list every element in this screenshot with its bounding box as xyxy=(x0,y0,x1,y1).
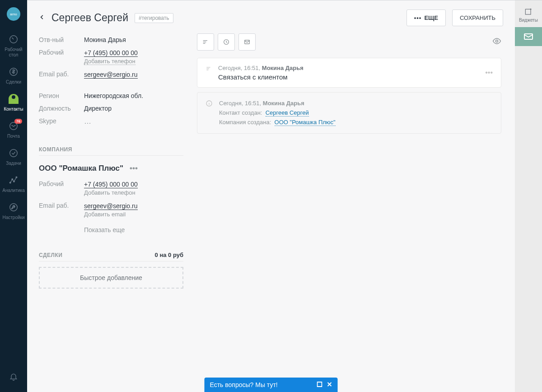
analytics-icon xyxy=(8,174,19,186)
deals-title: СДЕЛКИ xyxy=(39,252,62,258)
field-label-region: Регион xyxy=(39,92,84,99)
add-phone-link[interactable]: Добавить телефон xyxy=(84,58,136,65)
nav-analytics[interactable]: Аналитика xyxy=(0,170,27,197)
nav-contacts[interactable]: Контакты xyxy=(0,89,27,116)
svg-point-14 xyxy=(496,40,498,42)
main-area: Сергеев Сергей #тегировать •••ЕЩЕ СОХРАН… xyxy=(27,0,515,392)
check-icon xyxy=(8,147,19,159)
note-view-button[interactable] xyxy=(197,33,214,51)
feed-panel: Сегодня, 16:51, Мокина Дарья Связаться с… xyxy=(197,33,515,392)
company-phone-label: Рабочий xyxy=(39,180,84,187)
notifications-icon[interactable] xyxy=(0,363,27,392)
save-button[interactable]: СОХРАНИТЬ xyxy=(452,9,503,26)
show-more-link[interactable]: Показать еще xyxy=(39,226,183,233)
system-event-card: Сегодня, 16:51, Мокина Дарья Контакт соз… xyxy=(197,92,501,134)
dots-icon: ••• xyxy=(414,14,422,21)
header: Сергеев Сергей #тегировать •••ЕЩЕ СОХРАН… xyxy=(27,0,515,33)
field-value-region[interactable]: Нижегородская обл. xyxy=(84,92,143,99)
field-label-position: Должность xyxy=(39,105,84,112)
nav-dashboard[interactable]: Рабочий стол xyxy=(0,29,27,61)
info-icon xyxy=(206,99,213,109)
left-sidebar: amo Рабочий стол Сделки Контакты 76 Почт… xyxy=(0,0,27,392)
svg-rect-17 xyxy=(206,70,208,70)
company-created-link[interactable]: ООО "Ромашка Плюс" xyxy=(275,119,336,126)
company-email-link[interactable]: sergeev@sergio.ru xyxy=(84,202,138,210)
mail-button[interactable] xyxy=(238,33,256,51)
field-label-phone: Рабочий xyxy=(39,49,84,56)
wrench-icon xyxy=(8,201,19,213)
nav-mail[interactable]: 76 Почта xyxy=(0,116,27,143)
svg-rect-9 xyxy=(203,40,207,41)
mail-badge: 76 xyxy=(14,119,22,124)
field-label-skype: Skype xyxy=(39,117,84,125)
svg-rect-15 xyxy=(206,67,210,68)
field-label-email: Email раб. xyxy=(39,70,84,78)
note-card: Сегодня, 16:51, Мокина Дарья Связаться с… xyxy=(197,58,501,88)
svg-point-8 xyxy=(10,204,18,211)
field-value-position[interactable]: Директор xyxy=(84,105,112,112)
chat-text: Есть вопросы? Мы тут! xyxy=(210,381,278,388)
note-menu-icon[interactable]: ••• xyxy=(485,69,493,77)
field-value-responsible[interactable]: Мокина Дарья xyxy=(84,36,126,43)
svg-point-4 xyxy=(9,182,11,183)
svg-rect-10 xyxy=(203,42,206,42)
deals-summary: 0 на 0 руб xyxy=(155,252,183,258)
right-rail: Виджеты xyxy=(515,0,542,392)
sys-line1: Контакт создан: Сергеев Сергей xyxy=(219,108,336,118)
svg-rect-19 xyxy=(525,9,531,14)
field-value-skype[interactable]: … xyxy=(84,117,92,126)
visibility-icon[interactable] xyxy=(492,37,501,47)
chat-expand-icon[interactable] xyxy=(317,381,322,388)
page-title: Сергеев Сергей xyxy=(51,12,128,24)
tag-button[interactable]: #тегировать xyxy=(135,13,173,23)
svg-point-3 xyxy=(10,149,18,157)
note-text: Связаться с клиентом xyxy=(218,73,479,81)
nav-tasks[interactable]: Задачи xyxy=(0,143,27,170)
company-section-title: КОМПАНИЯ xyxy=(39,146,183,156)
quick-add-deal[interactable]: Быстрое добавление xyxy=(39,267,183,289)
svg-point-5 xyxy=(12,179,13,180)
note-icon xyxy=(206,65,212,74)
note-meta: Сегодня, 16:51, Мокина Дарья xyxy=(218,65,479,71)
nav-deals[interactable]: Сделки xyxy=(0,61,27,89)
contact-created-link[interactable]: Сергеев Сергей xyxy=(266,109,309,117)
mail-widget[interactable] xyxy=(515,27,542,46)
deals-header: СДЕЛКИ 0 на 0 руб xyxy=(39,252,183,261)
company-name[interactable]: ООО "Ромашка Плюс" ••• xyxy=(39,157,183,177)
svg-point-6 xyxy=(14,181,15,182)
gauge-icon xyxy=(8,33,19,45)
history-button[interactable] xyxy=(218,33,235,51)
company-add-phone[interactable]: Добавить телефон xyxy=(84,189,136,196)
email-link[interactable]: sergeev@sergio.ru xyxy=(84,71,138,79)
widgets-button[interactable]: Виджеты xyxy=(515,5,542,27)
chat-bar[interactable]: Есть вопросы? Мы тут! xyxy=(205,378,338,392)
svg-rect-21 xyxy=(318,382,322,387)
sys-meta: Сегодня, 16:51, Мокина Дарья xyxy=(219,99,336,108)
back-arrow-icon[interactable] xyxy=(39,14,45,22)
nav-settings[interactable]: Настройки xyxy=(0,197,27,224)
money-icon xyxy=(8,66,19,78)
contacts-icon xyxy=(8,93,19,105)
company-email-label: Email раб. xyxy=(39,202,84,209)
logo[interactable]: amo xyxy=(7,7,20,21)
company-menu-icon[interactable]: ••• xyxy=(130,164,138,173)
field-label-responsible: Отв-ный xyxy=(39,36,84,43)
company-phone-link[interactable]: +7 (495) 000 00 00 xyxy=(84,181,138,188)
company-add-email[interactable]: Добавить email xyxy=(84,211,126,218)
more-button[interactable]: •••ЕЩЕ xyxy=(406,9,446,26)
svg-rect-16 xyxy=(206,68,209,69)
svg-point-7 xyxy=(16,177,17,178)
svg-rect-11 xyxy=(203,43,206,44)
phone-link[interactable]: +7 (495) 000 00 00 xyxy=(84,49,138,57)
sys-line2: Компания создана: ООО "Ромашка Плюс" xyxy=(219,118,336,127)
envelope-icon: 76 xyxy=(8,120,19,132)
details-panel: Отв-ный Мокина Дарья Рабочий +7 (495) 00… xyxy=(39,33,183,392)
chat-close-icon[interactable] xyxy=(327,381,332,388)
